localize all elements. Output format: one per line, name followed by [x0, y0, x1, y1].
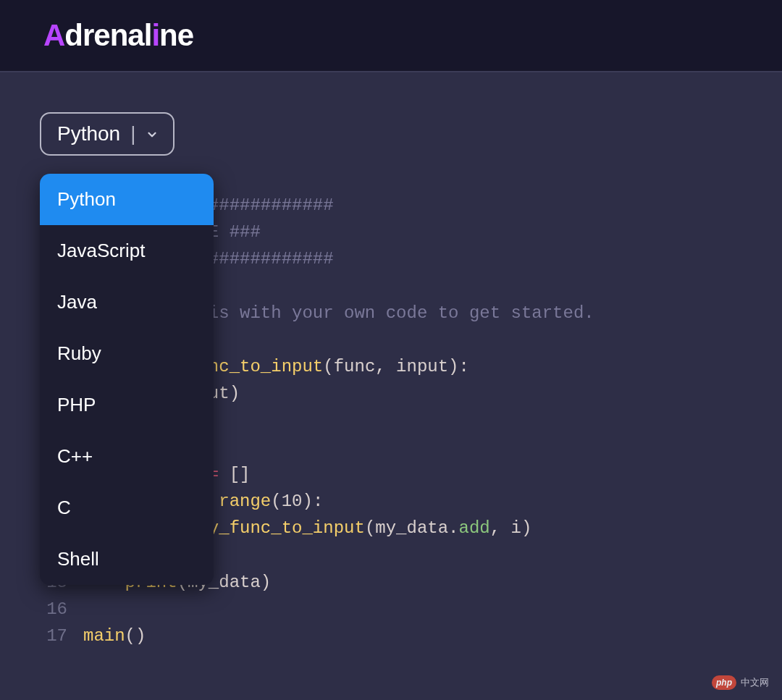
app-header: Adrenaline — [0, 0, 782, 72]
language-select-separator: | — [130, 122, 135, 146]
language-option[interactable]: Ruby — [40, 328, 214, 379]
logo-text-1: drenal — [64, 18, 151, 52]
language-option[interactable]: C — [40, 482, 214, 534]
language-select-current: Python — [57, 122, 120, 146]
language-option[interactable]: Java — [40, 277, 214, 328]
line-number: 16 — [40, 596, 83, 623]
watermark-badge: php — [712, 675, 736, 690]
code-line[interactable]: 16 — [40, 596, 742, 623]
chevron-down-icon — [146, 128, 157, 140]
code-content[interactable]: main() — [83, 623, 742, 649]
language-option[interactable]: JavaScript — [40, 225, 214, 277]
watermark-text: 中文网 — [741, 676, 769, 689]
logo-letter-a: A — [43, 18, 64, 52]
language-select-button[interactable]: Python | — [40, 112, 175, 156]
watermark: php 中文网 — [712, 675, 769, 690]
code-line[interactable]: 17main() — [40, 623, 742, 649]
logo-text-2: ne — [159, 18, 193, 52]
line-number: 17 — [40, 623, 83, 649]
content-area: Python | PythonJavaScriptJavaRubyPHPC++C… — [0, 72, 782, 649]
language-option[interactable]: Shell — [40, 534, 214, 585]
language-dropdown-menu[interactable]: PythonJavaScriptJavaRubyPHPC++CShell — [40, 174, 214, 585]
logo-letter-i: i — [151, 18, 159, 52]
language-option[interactable]: Python — [40, 174, 214, 225]
language-option[interactable]: PHP — [40, 379, 214, 431]
app-logo: Adrenaline — [43, 18, 193, 53]
language-option[interactable]: C++ — [40, 431, 214, 482]
